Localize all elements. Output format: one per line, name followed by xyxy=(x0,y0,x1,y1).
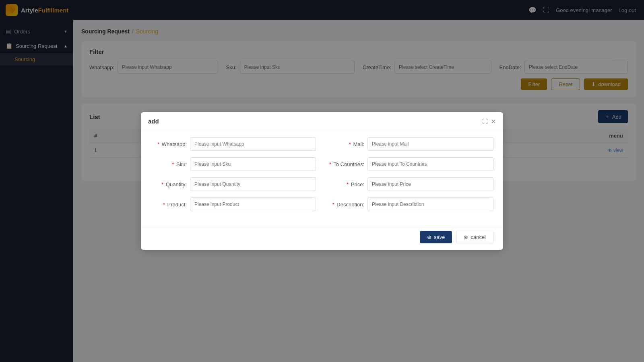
sku-required: * xyxy=(172,161,174,167)
modal-header: add ⛶ ✕ xyxy=(141,112,503,129)
modal-tocountries-field: * To Countries: xyxy=(328,157,493,171)
modal-price-field: * Price: xyxy=(328,177,493,191)
modal-price-input[interactable] xyxy=(367,177,493,191)
modal-body: * Whatsapp: * Mail: * xyxy=(141,129,503,226)
form-row-2: * Sku: * To Countries: xyxy=(151,157,493,171)
modal-quantity-input[interactable] xyxy=(190,177,316,191)
cancel-label: cancel xyxy=(471,234,486,240)
modal-whatsapp-input[interactable] xyxy=(190,137,316,151)
description-required: * xyxy=(332,202,334,208)
modal-whatsapp-field: * Whatsapp: xyxy=(151,137,316,151)
modal-price-label: * Price: xyxy=(328,181,364,187)
form-row-1: * Whatsapp: * Mail: xyxy=(151,137,493,151)
modal-product-label: * Product: xyxy=(151,202,187,208)
modal-whatsapp-label: * Whatsapp: xyxy=(151,141,187,147)
modal-overlay: add ⛶ ✕ * Whatsapp: * Mail: xyxy=(0,0,644,362)
modal-title: add xyxy=(148,118,159,125)
modal-sku-field: * Sku: xyxy=(151,157,316,171)
form-row-4: * Product: * Describtion: xyxy=(151,197,493,211)
add-modal: add ⛶ ✕ * Whatsapp: * Mail: xyxy=(141,112,503,250)
save-label: save xyxy=(434,234,445,240)
modal-mail-input[interactable] xyxy=(367,137,493,151)
modal-description-field: * Describtion: xyxy=(328,197,493,211)
modal-sku-input[interactable] xyxy=(190,157,316,171)
product-required: * xyxy=(163,202,165,208)
modal-cancel-button[interactable]: ⊗ cancel xyxy=(456,231,493,243)
price-required: * xyxy=(347,181,349,187)
cancel-icon: ⊗ xyxy=(464,234,468,240)
tocountries-required: * xyxy=(329,161,331,167)
modal-sku-label: * Sku: xyxy=(151,161,187,167)
modal-mail-field: * Mail: xyxy=(328,137,493,151)
quantity-required: * xyxy=(161,181,163,187)
modal-save-button[interactable]: ⊕ save xyxy=(420,231,452,243)
modal-mail-label: * Mail: xyxy=(328,141,364,147)
modal-description-input[interactable] xyxy=(367,197,493,211)
save-icon: ⊕ xyxy=(427,234,431,240)
modal-expand-button[interactable]: ⛶ xyxy=(482,118,488,125)
modal-tocountries-input[interactable] xyxy=(367,157,493,171)
modal-quantity-field: * Quantity: xyxy=(151,177,316,191)
modal-quantity-label: * Quantity: xyxy=(151,181,187,187)
modal-close-button[interactable]: ✕ xyxy=(491,118,496,125)
modal-footer: ⊕ save ⊗ cancel xyxy=(141,226,503,250)
whatsapp-required: * xyxy=(157,141,159,147)
modal-controls: ⛶ ✕ xyxy=(482,118,496,125)
modal-tocountries-label: * To Countries: xyxy=(328,161,364,167)
modal-description-label: * Describtion: xyxy=(328,202,364,208)
modal-product-field: * Product: xyxy=(151,197,316,211)
mail-required: * xyxy=(349,141,351,147)
modal-product-input[interactable] xyxy=(190,197,316,211)
form-row-3: * Quantity: * Price: xyxy=(151,177,493,191)
